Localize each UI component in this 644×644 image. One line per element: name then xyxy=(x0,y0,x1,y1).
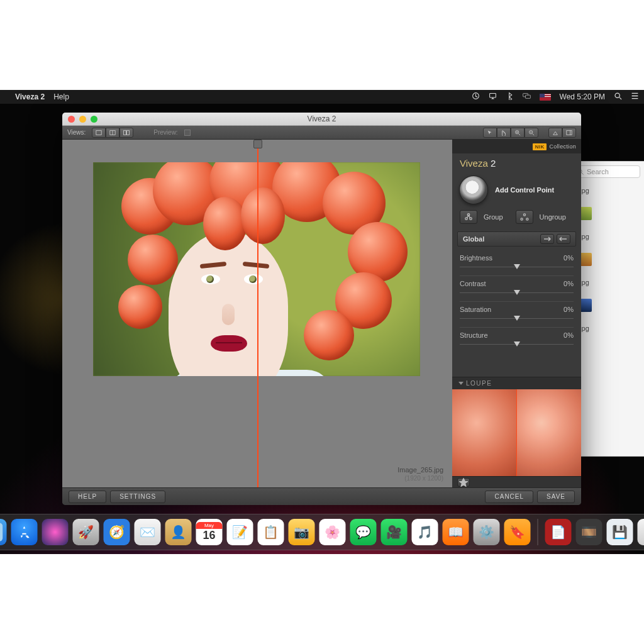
reset-button[interactable] xyxy=(557,234,570,244)
cancel-button[interactable]: CANCEL xyxy=(485,491,533,503)
panel-title: Viveza 2 xyxy=(452,153,581,176)
save-button[interactable]: SAVE xyxy=(537,491,575,503)
window-minimize-button[interactable] xyxy=(79,116,86,123)
tool-arrow[interactable] xyxy=(483,128,497,138)
dock-safari[interactable]: 🧭 xyxy=(104,519,130,545)
svg-rect-1 xyxy=(489,93,496,97)
dock-photo-booth[interactable]: 📷 xyxy=(289,519,315,545)
dock-system-preferences[interactable]: ⚙️ xyxy=(474,519,500,545)
dock-contacts[interactable]: 👤 xyxy=(165,519,192,545)
view-mode-segment xyxy=(92,128,133,138)
input-source-flag-icon[interactable] xyxy=(540,94,551,101)
loupe-header[interactable]: LOUPE xyxy=(452,377,581,389)
finder-search-input[interactable]: Search xyxy=(573,165,640,178)
canvas-area[interactable]: Image_265.jpg (1920 x 1200) xyxy=(62,140,452,487)
dock-ibooks[interactable]: 📖 xyxy=(443,519,469,545)
settings-button[interactable]: SETTINGS xyxy=(110,491,165,503)
finder-search-placeholder: Search xyxy=(587,168,609,175)
dock-scanner[interactable]: 💾 xyxy=(607,519,633,545)
svg-rect-8 xyxy=(124,130,126,135)
view-sidebyside-button[interactable] xyxy=(119,128,133,138)
tool-zoom-out[interactable] xyxy=(525,128,538,138)
slider-saturation[interactable]: Saturation0% xyxy=(460,301,574,327)
dock-siri[interactable] xyxy=(42,519,69,545)
disclosure-triangle-icon xyxy=(458,382,464,385)
window-close-button[interactable] xyxy=(68,116,75,123)
svg-point-16 xyxy=(521,218,523,220)
macos-menubar: Viveza 2 Help Wed 5:20 PM xyxy=(0,90,644,104)
dock-separator xyxy=(538,519,538,545)
menubar-help[interactable]: Help xyxy=(53,92,69,101)
viveza-window: Viveza 2 Views: Preview: xyxy=(62,113,581,505)
tool-zoom-in[interactable] xyxy=(511,128,525,138)
svg-point-4 xyxy=(615,93,619,97)
dock-quicktime[interactable]: 🎞️ xyxy=(576,519,602,545)
window-titlebar[interactable]: Viveza 2 xyxy=(62,113,581,126)
dock-photos[interactable]: 🌸 xyxy=(319,519,346,545)
svg-rect-6 xyxy=(96,130,101,135)
dock-itunes[interactable]: 🎵 xyxy=(412,519,438,545)
preview-label: Preview: xyxy=(153,129,177,136)
svg-rect-20 xyxy=(0,523,3,541)
notification-center-icon[interactable] xyxy=(631,92,639,102)
add-control-point-label: Add Control Point xyxy=(495,186,554,194)
dock-app-store[interactable] xyxy=(11,519,38,545)
image-dimensions: (1920 x 1200) xyxy=(397,475,443,483)
airplay-icon[interactable] xyxy=(489,92,497,102)
dock-notes[interactable]: 📝 xyxy=(227,519,253,545)
window-title: Viveza 2 xyxy=(62,114,581,123)
tool-bg-select[interactable] xyxy=(548,128,562,138)
dock-messages[interactable]: 💬 xyxy=(350,519,377,545)
spotlight-icon[interactable] xyxy=(614,92,622,102)
slider-contrast[interactable]: Contrast0% xyxy=(460,275,574,301)
dock-facetime[interactable]: 🎥 xyxy=(381,519,408,545)
window-footer: HELP SETTINGS CANCEL SAVE xyxy=(62,487,581,505)
window-zoom-button[interactable] xyxy=(91,116,97,123)
expand-button[interactable] xyxy=(540,234,554,244)
image-metadata: Image_265.jpg (1920 x 1200) xyxy=(397,466,443,482)
bluetooth-icon[interactable] xyxy=(506,92,514,102)
svg-rect-9 xyxy=(127,130,130,135)
add-control-point-button[interactable] xyxy=(460,176,487,204)
loupe-preview[interactable] xyxy=(452,389,581,476)
view-single-button[interactable] xyxy=(92,128,106,138)
dock-mail[interactable]: ✉️ xyxy=(135,519,161,545)
menubar-app-name[interactable]: Viveza 2 xyxy=(15,92,45,101)
dock-trash[interactable]: 🗑️ xyxy=(638,519,645,545)
split-handle-grip[interactable] xyxy=(253,140,262,148)
views-label: Views: xyxy=(67,129,86,136)
ungroup-label: Ungroup xyxy=(540,213,566,221)
group-label: Group xyxy=(484,213,503,221)
image-filename: Image_265.jpg xyxy=(397,466,443,475)
main-toolbar: Views: Preview: xyxy=(62,126,581,140)
split-divider[interactable] xyxy=(257,140,258,487)
controls-panel: NIKCollection Viveza 2 Add Control Point… xyxy=(452,140,581,487)
macos-dock: 🚀 🧭 ✉️ 👤 May16 📝 📋 📷 🌸 💬 🎥 🎵 📖 ⚙️ 🔖 📄 🎞️… xyxy=(0,514,644,550)
dock-launchpad[interactable]: 🚀 xyxy=(73,519,99,545)
group-button[interactable] xyxy=(460,210,477,224)
slider-brightness[interactable]: Brightness0% xyxy=(460,250,574,275)
svg-rect-3 xyxy=(525,95,530,98)
svg-point-18 xyxy=(523,214,525,216)
view-split-button[interactable] xyxy=(106,128,119,138)
sliders-list: Brightness0% Contrast0% Saturation0% Str… xyxy=(452,247,581,353)
dock-adobe-reader[interactable]: 📄 xyxy=(545,519,572,545)
global-section-header[interactable]: Global xyxy=(457,231,576,247)
slider-structure[interactable]: Structure0% xyxy=(460,327,574,353)
displays-icon[interactable] xyxy=(523,92,531,102)
dock-calendar[interactable]: May16 xyxy=(196,519,223,545)
preview-image[interactable] xyxy=(93,162,420,376)
svg-point-17 xyxy=(526,218,528,220)
preview-checkbox[interactable] xyxy=(184,130,191,136)
tool-hand[interactable] xyxy=(497,128,511,138)
menubar-clock[interactable]: Wed 5:20 PM xyxy=(560,92,605,101)
ungroup-button[interactable] xyxy=(516,210,533,224)
dock-finder[interactable] xyxy=(0,519,7,545)
help-button[interactable]: HELP xyxy=(69,491,106,503)
dock-reminders[interactable]: 📋 xyxy=(258,519,284,545)
loupe-pin-button[interactable] xyxy=(457,478,470,487)
menubar-status-icon[interactable] xyxy=(472,92,480,102)
dock-app-tag[interactable]: 🔖 xyxy=(504,519,531,545)
panel-toggle-button[interactable] xyxy=(562,128,576,138)
brand-banner: NIKCollection xyxy=(452,140,581,153)
